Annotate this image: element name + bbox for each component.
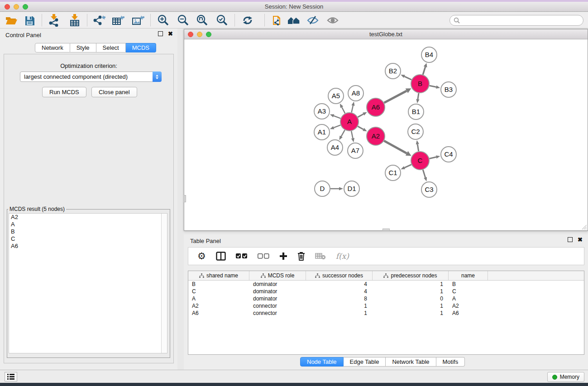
table-cell[interactable]: 1 (373, 281, 449, 288)
graph-edge-B-B1[interactable] (418, 93, 419, 100)
tab-network[interactable]: Network (35, 43, 70, 52)
table-cell[interactable]: C (188, 288, 249, 295)
mcds-result-item[interactable]: A6 (9, 243, 167, 250)
graph-node-A7[interactable]: A7 (348, 143, 363, 158)
tab-edge-table[interactable]: Edge Table (344, 357, 386, 367)
graph-node-A1[interactable]: A1 (314, 124, 330, 140)
table-cell[interactable]: 1 (373, 302, 449, 310)
graph-node-A2[interactable]: A2 (367, 127, 385, 145)
table-cell[interactable]: connector (249, 310, 306, 317)
graph-edge-A-A3[interactable] (334, 116, 340, 119)
tab-select[interactable]: Select (96, 43, 126, 52)
graph-node-A[interactable]: A (340, 113, 359, 131)
table-row[interactable]: A2connector11A2 (188, 302, 584, 310)
graph-node-B3[interactable]: B3 (441, 82, 456, 97)
graph-edge-A-A5[interactable] (342, 107, 345, 114)
zoom-out-icon[interactable] (175, 13, 192, 28)
graph-node-B4[interactable]: B4 (421, 47, 437, 62)
graph-edge-A2-C[interactable] (384, 141, 406, 153)
close-panel-button[interactable]: Close panel (91, 87, 137, 97)
tab-node-table[interactable]: Node Table (300, 357, 344, 367)
export-image-icon[interactable] (129, 13, 147, 28)
table-cell[interactable]: 0 (373, 295, 449, 302)
splitter-handle[interactable] (382, 229, 390, 231)
graph-edge-B-B3[interactable] (430, 86, 436, 87)
graph-edge-A6-B[interactable] (384, 91, 407, 103)
network-canvas[interactable]: B4B2BB3A8A5A6A3B1AA1C2A2A4A7C4CC1C3DD1 (184, 39, 588, 230)
float-panel-icon[interactable] (158, 31, 163, 36)
column-header-shared-name[interactable]: shared name (188, 271, 249, 280)
graph-node-C4[interactable]: C4 (441, 147, 456, 162)
clone-network-icon[interactable] (269, 13, 286, 28)
graph-edge-C-C4[interactable] (429, 157, 436, 158)
graph-node-C3[interactable]: C3 (421, 182, 437, 197)
table-cell[interactable]: B (188, 281, 249, 288)
graph-edge-A-A8[interactable] (352, 105, 353, 112)
graph-edge-B-B4[interactable] (423, 67, 425, 75)
table-cell[interactable]: 1 (306, 302, 373, 310)
table-settings-icon[interactable]: ⚙ (197, 252, 206, 261)
node-table[interactable]: shared nameMCDS rolesuccessor nodesprede… (188, 271, 584, 355)
graph-node-A8[interactable]: A8 (348, 86, 363, 101)
graph-node-C[interactable]: C (411, 152, 429, 170)
column-header-successor-nodes[interactable]: successor nodes (306, 271, 373, 280)
column-header-name[interactable]: name (449, 271, 488, 280)
tab-network-table[interactable]: Network Table (386, 357, 436, 367)
graph-edge-C-C1[interactable] (405, 165, 411, 168)
zoom-fit-icon[interactable] (194, 13, 211, 28)
run-mcds-button[interactable]: Run MCDS (42, 87, 86, 97)
table-cell[interactable]: A2 (188, 302, 249, 310)
search-field[interactable] (449, 15, 583, 26)
export-table-icon[interactable] (110, 13, 127, 28)
add-column-icon[interactable] (279, 252, 287, 260)
table-cell[interactable]: 1 (373, 310, 449, 317)
import-table-icon[interactable] (66, 13, 83, 28)
deselect-all-icon[interactable] (258, 253, 269, 259)
task-history-button[interactable] (5, 372, 17, 381)
refresh-icon[interactable] (239, 13, 256, 28)
home-icon[interactable] (285, 13, 302, 28)
export-network-icon[interactable] (91, 13, 108, 28)
import-network-icon[interactable] (45, 13, 62, 28)
table-cell[interactable]: A6 (449, 310, 488, 317)
table-cell[interactable]: dominator (249, 295, 306, 302)
graph-edge-A-A4[interactable] (341, 130, 345, 136)
graph-node-B[interactable]: B (411, 75, 429, 93)
tab-motifs[interactable]: Motifs (436, 357, 465, 367)
show-panel-icon[interactable] (324, 13, 341, 28)
table-cell[interactable]: 1 (373, 288, 449, 295)
memory-button[interactable]: Memory (547, 372, 584, 382)
resize-grip-icon[interactable] (581, 224, 587, 230)
graph-edge-A-A2[interactable] (358, 126, 363, 129)
table-row[interactable]: Cdominator41C (188, 288, 584, 295)
optimization-criterion-dropdown[interactable]: largest connected component (directed) (20, 71, 162, 82)
graph-node-A5[interactable]: A5 (328, 88, 344, 104)
delete-column-icon[interactable] (297, 252, 305, 261)
mcds-result-item[interactable]: A2 (9, 214, 167, 221)
column-header-MCDS-role[interactable]: MCDS role (249, 271, 306, 280)
mcds-result-item[interactable]: B (9, 228, 167, 235)
graph-edge-B-B2[interactable] (404, 76, 411, 80)
zoom-in-icon[interactable] (155, 13, 172, 28)
mcds-result-list[interactable]: A2ABCA6 (9, 213, 167, 353)
zoom-selected-icon[interactable] (214, 13, 231, 28)
function-builder-icon[interactable]: f(x) (336, 252, 349, 261)
graph-edge-A-A1[interactable] (334, 125, 340, 128)
graph-node-D[interactable]: D (315, 181, 330, 196)
graph-node-C2[interactable]: C2 (408, 124, 423, 139)
table-row[interactable]: Adominator80A (188, 295, 584, 302)
graph-node-B1[interactable]: B1 (408, 104, 424, 119)
select-all-icon[interactable] (236, 253, 248, 259)
graph-node-C1[interactable]: C1 (385, 165, 401, 181)
table-cell[interactable]: connector (249, 302, 306, 310)
open-file-icon[interactable] (3, 13, 20, 28)
graph-edge-A-A7[interactable] (351, 131, 353, 138)
tab-mcds[interactable]: MCDS (126, 43, 156, 52)
splitter-handle[interactable] (184, 195, 186, 202)
table-cell[interactable]: A2 (449, 302, 488, 310)
table-cell[interactable]: A (188, 295, 249, 302)
graph-edge-A-A6[interactable] (358, 114, 363, 117)
table-cell[interactable]: B (449, 281, 488, 288)
float-table-panel-icon[interactable] (568, 237, 573, 242)
graph-node-A4[interactable]: A4 (327, 140, 343, 155)
